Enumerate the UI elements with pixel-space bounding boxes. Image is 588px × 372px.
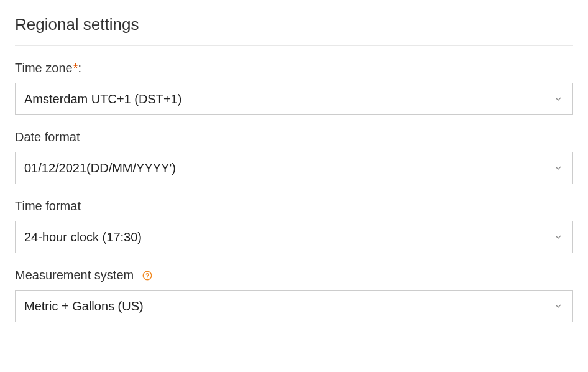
dateformat-label-row: Date format [15, 130, 573, 144]
chevron-down-icon [553, 93, 564, 105]
timezone-label-row: Time zone*: [15, 61, 573, 75]
timeformat-label: Time format [15, 199, 81, 213]
measurement-select[interactable]: Metric + Gallons (US) [15, 290, 573, 322]
field-measurement: Measurement system Metric + Gallons (US) [15, 268, 573, 322]
timeformat-select-value: 24-hour clock (17:30) [24, 230, 142, 244]
help-icon[interactable] [141, 269, 154, 282]
page-heading: Regional settings [15, 15, 573, 34]
field-timeformat: Time format 24-hour clock (17:30) [15, 199, 573, 253]
measurement-label-row: Measurement system [15, 268, 573, 282]
divider [15, 45, 573, 46]
timezone-select-value: Amsterdam UTC+1 (DST+1) [24, 92, 181, 106]
field-dateformat: Date format 01/12/2021(DD/MM/YYYY') [15, 130, 573, 184]
svg-point-1 [147, 277, 148, 278]
timezone-colon: : [78, 61, 81, 75]
timezone-label: Time zone*: [15, 61, 81, 75]
dateformat-select-value: 01/12/2021(DD/MM/YYYY') [24, 161, 176, 175]
timezone-select[interactable]: Amsterdam UTC+1 (DST+1) [15, 83, 573, 115]
chevron-down-icon [553, 300, 564, 312]
measurement-label: Measurement system [15, 268, 134, 282]
timeformat-select[interactable]: 24-hour clock (17:30) [15, 221, 573, 253]
field-timezone: Time zone*: Amsterdam UTC+1 (DST+1) [15, 61, 573, 115]
timeformat-label-row: Time format [15, 199, 573, 213]
chevron-down-icon [553, 231, 564, 243]
dateformat-label: Date format [15, 130, 80, 144]
chevron-down-icon [553, 162, 564, 174]
timezone-label-text: Time zone [15, 61, 73, 75]
measurement-select-value: Metric + Gallons (US) [24, 299, 144, 314]
dateformat-select[interactable]: 01/12/2021(DD/MM/YYYY') [15, 152, 573, 184]
